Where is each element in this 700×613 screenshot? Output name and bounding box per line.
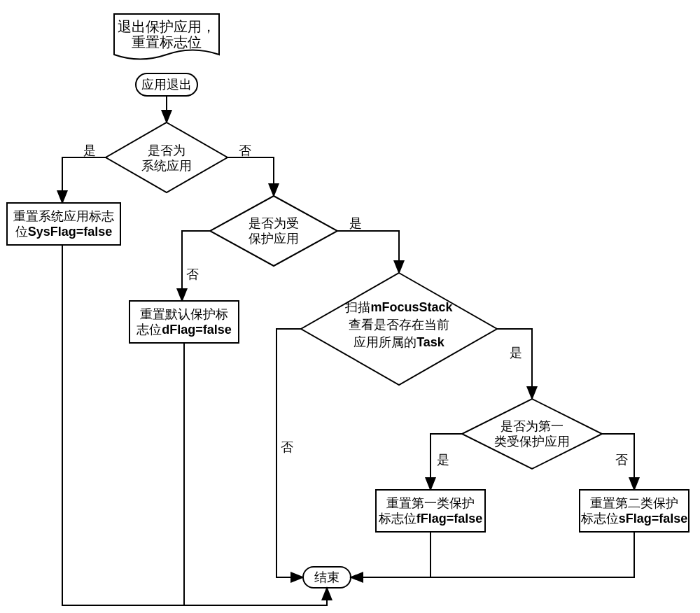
proc4-l1: 重置第二类保护 xyxy=(590,496,678,510)
dec4-no: 否 xyxy=(615,453,628,467)
decision-system-app: 是否为 系统应用 xyxy=(106,122,227,192)
dec4-l2: 类受保护应用 xyxy=(494,435,570,449)
title-line1: 退出保护应用， xyxy=(118,19,216,34)
proc4-l2b: sFlag=false xyxy=(619,512,688,526)
process-fflag: 重置第一类保护 标志位fFlag=false xyxy=(376,490,485,532)
svg-text:志位dFlag=false: 志位dFlag=false xyxy=(136,323,232,337)
end-node: 结束 xyxy=(303,567,351,588)
proc3-l1: 重置第一类保护 xyxy=(386,496,475,510)
svg-marker-3 xyxy=(106,122,227,192)
proc3-l2a: 标志位 xyxy=(378,512,416,526)
proc4-l2a: 标志位 xyxy=(580,512,619,526)
decision-scan-stack: 扫描mFocusStack 查看是否存在当前 应用所属的Task xyxy=(301,273,497,385)
proc2-l1: 重置默认保护标 xyxy=(140,307,228,321)
dec3-l1: 扫描 xyxy=(344,300,370,314)
dec3-yes: 是 xyxy=(510,346,522,360)
end-label: 结束 xyxy=(314,570,340,584)
start-node: 应用退出 xyxy=(136,73,197,96)
dec2-l2: 保护应用 xyxy=(248,232,299,246)
dec3-no: 否 xyxy=(281,440,293,454)
proc2-l2a: 志位 xyxy=(136,323,162,337)
svg-text:位SysFlag=false: 位SysFlag=false xyxy=(15,225,113,239)
dec4-l1: 是否为第一 xyxy=(500,419,564,433)
svg-text:应用所属的Task: 应用所属的Task xyxy=(354,335,445,349)
dec4-yes: 是 xyxy=(437,453,449,467)
decision-first-type: 是否为第一 类受保护应用 xyxy=(462,399,602,469)
dec3-l2: 查看是否存在当前 xyxy=(349,318,449,332)
dec1-yes: 是 xyxy=(83,143,96,157)
dec2-no: 否 xyxy=(186,267,199,281)
dec3-l3: 应用所属的 xyxy=(354,335,416,349)
dec3-l1b: mFocusStack xyxy=(370,300,453,314)
proc2-l2b: dFlag=false xyxy=(162,323,232,337)
title-box: 退出保护应用， 重置标志位 xyxy=(114,14,219,59)
dec2-yes: 是 xyxy=(349,216,362,230)
decision-protected-app: 是否为受 保护应用 xyxy=(210,196,337,266)
dec3-l3b: Task xyxy=(416,335,445,349)
svg-text:扫描mFocusStack: 扫描mFocusStack xyxy=(344,300,453,314)
process-sysflag: 重置系统应用标志 位SysFlag=false xyxy=(7,203,120,245)
process-sflag: 重置第二类保护 标志位sFlag=false xyxy=(580,490,689,532)
dec1-l2: 系统应用 xyxy=(141,159,192,173)
proc1-l2b: SysFlag=false xyxy=(28,225,113,239)
dec1-no: 否 xyxy=(239,143,251,157)
dec1-l1: 是否为 xyxy=(148,143,186,157)
title-line2: 重置标志位 xyxy=(132,34,202,50)
proc1-l1: 重置系统应用标志 xyxy=(13,209,114,223)
process-dflag: 重置默认保护标 志位dFlag=false xyxy=(130,301,239,343)
svg-text:标志位sFlag=false: 标志位sFlag=false xyxy=(580,512,688,526)
dec2-l1: 是否为受 xyxy=(248,216,299,230)
svg-text:标志位fFlag=false: 标志位fFlag=false xyxy=(378,512,483,526)
proc3-l2b: fFlag=false xyxy=(416,512,483,526)
proc1-l2a: 位 xyxy=(15,225,28,239)
start-label: 应用退出 xyxy=(141,78,192,92)
